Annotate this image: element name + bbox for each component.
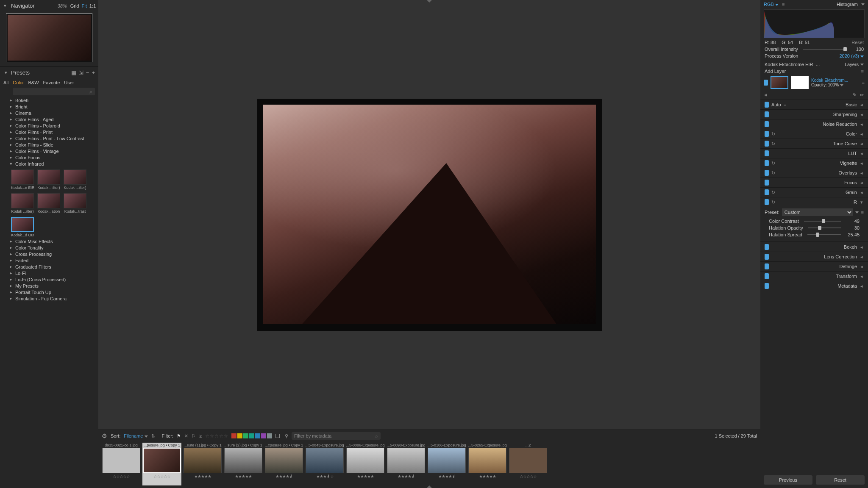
preset-thumb[interactable]: Kodak...ation: [37, 193, 60, 214]
layer-thumbnail[interactable]: [771, 76, 788, 89]
section-sharpening[interactable]: Sharpening: [760, 109, 868, 119]
auto-button[interactable]: Auto: [771, 102, 781, 107]
section-lut[interactable]: LUT: [760, 148, 868, 158]
reset-icon[interactable]: ↻: [771, 161, 775, 166]
layers-menu-icon[interactable]: [860, 64, 864, 66]
process-version-value[interactable]: 2020 (v3): [839, 53, 864, 58]
nav-one-to-one[interactable]: 1:1: [89, 3, 96, 8]
auto-menu-icon[interactable]: ≡: [784, 102, 786, 107]
collapse-icon[interactable]: ⇲: [79, 69, 83, 76]
preset-group[interactable]: Color Films - Print - Low Contrast: [0, 135, 98, 141]
layer-menu-icon[interactable]: ≡: [862, 80, 865, 85]
layer-mask-thumbnail[interactable]: [791, 76, 809, 89]
preset-thumb[interactable]: Kodak ...ilter): [37, 169, 60, 190]
preset-group[interactable]: Lo-Fi (Cross Processed): [0, 276, 98, 283]
sort-direction-icon[interactable]: ⇅: [151, 433, 155, 439]
gear-icon[interactable]: ⚙: [102, 433, 107, 439]
filter-compare-op[interactable]: ≥: [199, 433, 202, 438]
metadata-filter-input[interactable]: Filter by metadata ⌕: [292, 432, 381, 440]
nav-grid[interactable]: Grid: [70, 3, 79, 8]
preset-group[interactable]: Faded: [0, 257, 98, 263]
section-color[interactable]: ↻Color: [760, 129, 868, 139]
histogram-reset[interactable]: Reset: [851, 40, 864, 45]
section-toggle[interactable]: [765, 150, 769, 156]
add-layer-menu-icon[interactable]: ≡: [861, 69, 864, 74]
section-metadata[interactable]: Metadata: [760, 281, 868, 291]
filmstrip-item[interactable]: ...5-0086-Exposure.jpg★★★★★: [346, 443, 385, 485]
preset-group[interactable]: Color Films - Print: [0, 129, 98, 135]
layer-name[interactable]: Kodak Ektachrom...: [811, 78, 849, 83]
chevron-icon[interactable]: [860, 254, 864, 260]
preset-group[interactable]: Color Tonality: [0, 244, 98, 251]
top-panel-toggle-icon[interactable]: [427, 0, 432, 3]
section-bokeh[interactable]: Bokeh: [760, 242, 868, 252]
reset-button[interactable]: Reset: [816, 475, 865, 485]
section-defringe[interactable]: Defringe: [760, 261, 868, 271]
color-label-swatch[interactable]: [249, 433, 254, 438]
preset-thumb[interactable]: Kodak ...ilter): [11, 193, 34, 214]
filmstrip-item[interactable]: ...posure.jpg • Copy 1☆☆☆☆☆: [142, 443, 181, 485]
chevron-icon[interactable]: [860, 180, 864, 186]
color-contrast-slider[interactable]: [804, 221, 841, 222]
reset-icon[interactable]: ↻: [771, 170, 775, 176]
filmstrip-item[interactable]: ...5-0043-Exposure.jpg★★★⯨☆: [305, 443, 344, 485]
tab-all[interactable]: All: [3, 80, 8, 85]
chevron-left-icon[interactable]: [860, 102, 864, 108]
section-focus[interactable]: Focus: [760, 177, 868, 187]
grid-view-icon[interactable]: ▦: [71, 69, 76, 76]
link-filter-icon[interactable]: ⚲: [285, 433, 288, 439]
section-toggle[interactable]: [765, 180, 769, 186]
section-toggle[interactable]: [765, 244, 769, 250]
filmstrip-item[interactable]: ...5-0265-Exposure.jpg★★★★★: [468, 443, 507, 485]
tab-user[interactable]: User: [64, 80, 74, 85]
preset-group[interactable]: Cross Processing: [0, 251, 98, 257]
basic-toggle[interactable]: [765, 102, 769, 108]
histogram-menu-icon[interactable]: [861, 3, 865, 6]
section-noise-reduction[interactable]: Noise Reduction: [760, 119, 868, 129]
halation-opacity-slider[interactable]: [808, 227, 841, 228]
tab-bw[interactable]: B&W: [28, 80, 39, 85]
preset-group[interactable]: Portrait Touch Up: [0, 289, 98, 295]
section-vignette[interactable]: ↻Vignette: [760, 158, 868, 168]
section-toggle[interactable]: [765, 131, 769, 137]
filmstrip-item[interactable]: ...2☆☆☆☆☆: [509, 443, 548, 485]
add-layer-button[interactable]: Add Layer ≡: [760, 68, 868, 75]
overall-intensity-slider[interactable]: [803, 49, 845, 50]
halation-spread-slider[interactable]: [807, 234, 841, 235]
section-toggle[interactable]: [765, 189, 769, 195]
section-toggle[interactable]: [765, 111, 769, 117]
section-ir[interactable]: ↻IR: [760, 197, 868, 207]
section-tone-curve[interactable]: ↻Tone Curve: [760, 139, 868, 148]
tab-color[interactable]: Color: [13, 80, 24, 85]
section-toggle[interactable]: [765, 121, 769, 127]
chevron-icon[interactable]: [860, 122, 864, 127]
filmstrip-item[interactable]: ...5-0098-Exposure.jpg★★★★⯨: [387, 443, 426, 485]
filmstrip-item[interactable]: d935-0021-co 1.jpg☆☆☆☆☆: [102, 443, 141, 485]
color-label-swatch[interactable]: [267, 433, 272, 438]
filmstrip-item[interactable]: ...5-0106-Exposure.jpg★★★★⯨: [427, 443, 466, 485]
layer-visibility-toggle[interactable]: [764, 80, 768, 86]
chevron-icon[interactable]: [860, 244, 864, 250]
preset-group[interactable]: Color Films - Slide: [0, 141, 98, 148]
section-transform[interactable]: Transform: [760, 271, 868, 281]
canvas[interactable]: [98, 0, 760, 430]
color-label-swatch[interactable]: [231, 433, 236, 438]
preset-group[interactable]: Lo-Fi: [0, 270, 98, 276]
chevron-icon[interactable]: [860, 161, 864, 166]
bottom-panel-toggle-icon[interactable]: [427, 485, 432, 488]
section-basic[interactable]: Basic: [789, 102, 857, 107]
chevron-icon[interactable]: [860, 190, 864, 195]
preset-group[interactable]: Graduated Filters: [0, 263, 98, 270]
opacity-value[interactable]: 100%: [828, 83, 839, 87]
preset-search[interactable]: ⌕: [13, 88, 95, 95]
preset-thumb[interactable]: Kodak ...ilter): [64, 169, 86, 190]
preset-group[interactable]: Color Focus: [0, 154, 98, 161]
preset-group[interactable]: Simulation - Fuji Camera: [0, 295, 98, 302]
no-label-icon[interactable]: [275, 434, 280, 438]
navigator-disclosure[interactable]: [3, 3, 8, 8]
channel-menu-icon[interactable]: ≡: [782, 2, 785, 7]
remove-preset-icon[interactable]: −: [86, 69, 89, 76]
reset-icon[interactable]: ↻: [771, 141, 775, 147]
reset-icon[interactable]: ↻: [771, 190, 775, 195]
color-label-swatch[interactable]: [261, 433, 266, 438]
